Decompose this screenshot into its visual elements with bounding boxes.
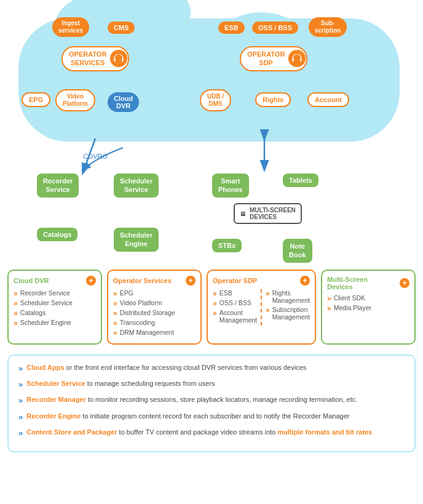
sdp-left-col: » ESB » OSS / BSS » Account Management <box>213 289 257 326</box>
operator-services-info-box: Operator Services + » EPG » Video Platfo… <box>107 270 202 345</box>
desc-recorder-manager: » Recorder Manager to monitor recording … <box>18 395 405 406</box>
info-item: » EPG <box>113 289 196 297</box>
stbs-box: STBs <box>212 239 242 252</box>
headset-icon <box>110 50 127 67</box>
description-box: » Cloud Apps or the front end interface … <box>7 354 416 452</box>
multi-screen-label: MULTI-SCREENDEVICES <box>250 207 296 220</box>
pill-video-platform: VideoPlatform <box>55 89 95 111</box>
pill-cloud-dvr: CloudDVR <box>108 92 139 112</box>
operator-services-expand-btn[interactable]: + <box>186 276 196 286</box>
cloud-dvr-expand-btn[interactable]: + <box>86 276 96 286</box>
info-item: » Recorder Service <box>14 289 96 297</box>
info-item: » OSS / BSS <box>213 299 257 307</box>
sdp-inner: » ESB » OSS / BSS » Account Management »… <box>213 289 310 326</box>
monitor-icon: 🖥 <box>240 210 246 217</box>
info-item: » Client SDK <box>327 294 409 302</box>
multi-screen-info-box: Multi-Screen Devices + » Client SDK » Me… <box>321 270 416 345</box>
info-item: » Subscription Management <box>266 306 310 321</box>
info-item: » Media Player <box>327 304 409 312</box>
tablets-box: Tablets <box>283 174 318 187</box>
pill-oss-bss: OSS / BSS <box>252 22 298 34</box>
catalogs-box: Catalogs <box>37 228 77 241</box>
notebook-box: NoteBook <box>283 239 312 263</box>
pill-subscription: Sub-scription <box>309 17 347 37</box>
info-item: » Distributed Storage <box>113 309 196 317</box>
pill-account: Account <box>307 92 349 107</box>
desc-content-store: » Content Store and Packager to buffer T… <box>18 428 405 439</box>
operator-sdp-label: OPERATORSDP <box>247 50 285 68</box>
info-item: » Account Management <box>213 309 257 324</box>
operator-services-box: OPERATORSERVICES <box>61 46 129 71</box>
operator-services-label: OPERATORSERVICES <box>69 50 106 68</box>
cloud-dvr-info-box: Cloud DVR + » Recorder Service » Schedul… <box>7 270 102 345</box>
info-item: » Rights Management <box>266 289 310 304</box>
operator-sdp-box: OPERATORSDP <box>240 46 307 71</box>
sdp-divider <box>261 289 262 326</box>
info-boxes-section: Cloud DVR + » Recorder Service » Schedul… <box>0 265 423 350</box>
smart-phones-box: SmartPhones <box>212 174 249 198</box>
operator-sdp-info-box: Operator SDP + » ESB » OSS / BSS » Accou… <box>207 270 316 345</box>
desc-scheduler-service: » Scheduler Service to manage scheduling… <box>18 379 405 390</box>
info-item: » Transcoding <box>113 319 196 327</box>
info-item: » Scheduler Engine <box>14 319 96 327</box>
scheduler-service-box: SchedulerService <box>114 174 159 198</box>
pill-epg: EPG <box>22 92 50 107</box>
info-item: » Catalogs <box>14 309 96 317</box>
info-item: » ESB <box>213 289 257 297</box>
pill-esb: ESB <box>218 22 245 34</box>
desc-recorder-engine: » Recorder Engine to initiate program co… <box>18 412 405 423</box>
desc-cloud-apps: » Cloud Apps or the front end interface … <box>18 363 405 374</box>
multi-screen-box: 🖥 MULTI-SCREENDEVICES <box>234 203 302 224</box>
info-item: » Video Platform <box>113 299 196 307</box>
operator-sdp-expand-btn[interactable]: + <box>300 276 310 286</box>
multi-screen-expand-btn[interactable]: + <box>400 278 409 288</box>
multi-screen-info-title: Multi-Screen Devices + <box>327 276 409 290</box>
operator-sdp-info-title: Operator SDP + <box>213 276 310 286</box>
sdp-right-col: » Rights Management » Subscription Manag… <box>266 289 310 326</box>
pill-cms: CMS <box>108 22 135 34</box>
cloud-dvr-info-title: Cloud DVR + <box>14 276 96 286</box>
operator-services-info-title: Operator Services + <box>113 276 196 286</box>
architecture-diagram: Ingestservices CMS ESB OSS / BSS Sub-scr… <box>0 0 423 265</box>
pill-rights: Rights <box>255 92 291 107</box>
scheduler-engine-box: SchedulerEngine <box>114 228 159 252</box>
pill-udb-dms: UDB /DMS <box>200 89 231 111</box>
recorder-service-box: RecorderService <box>37 174 79 198</box>
headset-icon-2 <box>288 50 306 67</box>
info-item: » Scheduler Service <box>14 299 96 307</box>
cdvro-label: CDVRO <box>83 153 108 160</box>
info-item: » DRM Management <box>113 329 196 337</box>
pill-ingest: Ingestservices <box>52 17 89 37</box>
